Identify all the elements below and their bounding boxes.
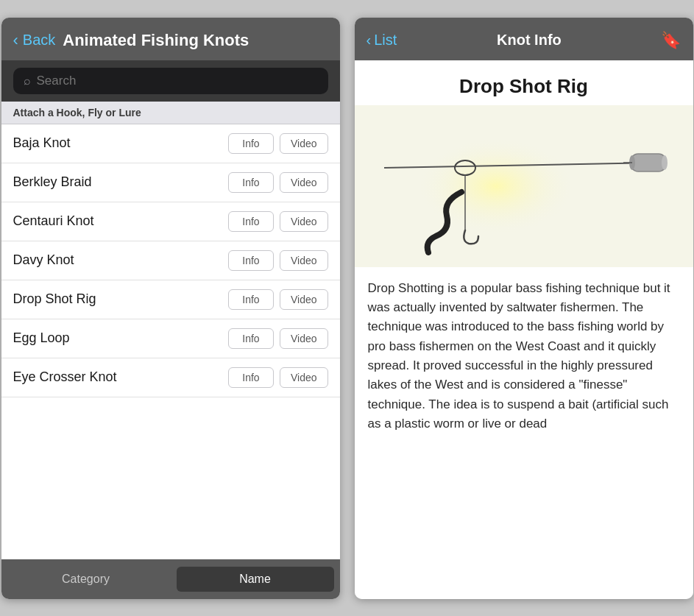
- knot-name: Davy Knot: [13, 252, 222, 268]
- knot-name: Drop Shot Rig: [13, 291, 222, 307]
- knot-title: Drop Shot Rig: [355, 60, 693, 105]
- svg-rect-4: [631, 154, 666, 171]
- info-button[interactable]: Info: [228, 172, 274, 193]
- knot-name: Centauri Knot: [13, 213, 222, 229]
- knot-row: Berkley BraidInfoVideo: [1, 163, 340, 202]
- left-panel: ‹ Back Animated Fishing Knots ⌕ Attach a…: [1, 18, 340, 599]
- knot-row: Eye Crosser KnotInfoVideo: [1, 358, 340, 397]
- right-header: ‹ List Knot Info 🔖: [355, 18, 693, 60]
- info-button[interactable]: Info: [228, 133, 274, 154]
- list-back-chevron-icon: ‹: [367, 32, 372, 49]
- info-button[interactable]: Info: [228, 250, 274, 271]
- app-title: Animated Fishing Knots: [63, 31, 249, 50]
- knot-list: Baja KnotInfoVideoBerkley BraidInfoVideo…: [1, 124, 340, 559]
- back-chevron-icon: ‹: [13, 31, 18, 50]
- knot-row: Centauri KnotInfoVideo: [1, 202, 340, 241]
- knot-name: Baja Knot: [13, 135, 222, 151]
- right-content: Drop Shot Rig: [355, 60, 693, 599]
- knot-info-header-title: Knot Info: [497, 32, 562, 49]
- tab-button[interactable]: Name: [177, 567, 334, 592]
- list-back-button[interactable]: ‹ List: [367, 32, 397, 49]
- search-input[interactable]: [37, 74, 318, 88]
- search-icon: ⌕: [24, 74, 31, 88]
- video-button[interactable]: Video: [280, 211, 328, 232]
- video-button[interactable]: Video: [280, 367, 328, 388]
- info-button[interactable]: Info: [228, 328, 274, 349]
- video-button[interactable]: Video: [280, 289, 328, 310]
- info-button[interactable]: Info: [228, 289, 274, 310]
- video-button[interactable]: Video: [280, 250, 328, 271]
- list-back-label[interactable]: List: [374, 32, 397, 49]
- video-button[interactable]: Video: [280, 133, 328, 154]
- search-input-wrap: ⌕: [13, 68, 328, 94]
- video-button[interactable]: Video: [280, 328, 328, 349]
- svg-point-0: [410, 127, 601, 245]
- knot-row: Egg LoopInfoVideo: [1, 319, 340, 358]
- right-panel: ‹ List Knot Info 🔖 Drop Shot Rig: [355, 18, 693, 599]
- svg-point-6: [662, 155, 668, 170]
- section-header: Attach a Hook, Fly or Lure: [1, 102, 340, 124]
- knot-name: Egg Loop: [13, 330, 222, 346]
- tab-button[interactable]: Category: [7, 567, 165, 592]
- knot-row: Drop Shot RigInfoVideo: [1, 280, 340, 319]
- knot-row: Baja KnotInfoVideo: [1, 124, 340, 163]
- info-button[interactable]: Info: [228, 367, 274, 388]
- knot-name: Eye Crosser Knot: [13, 369, 222, 385]
- video-button[interactable]: Video: [280, 172, 328, 193]
- bottom-tabs: CategoryName: [1, 559, 340, 599]
- knot-illustration: [355, 105, 693, 267]
- left-header: ‹ Back Animated Fishing Knots: [1, 18, 340, 60]
- knot-description: Drop Shotting is a popular bass fishing …: [355, 267, 693, 446]
- search-bar: ⌕: [1, 60, 340, 102]
- back-button[interactable]: Back: [23, 32, 55, 49]
- knot-row: Davy KnotInfoVideo: [1, 241, 340, 280]
- knot-name: Berkley Braid: [13, 174, 222, 190]
- info-button[interactable]: Info: [228, 211, 274, 232]
- bookmark-icon[interactable]: 🔖: [661, 31, 681, 50]
